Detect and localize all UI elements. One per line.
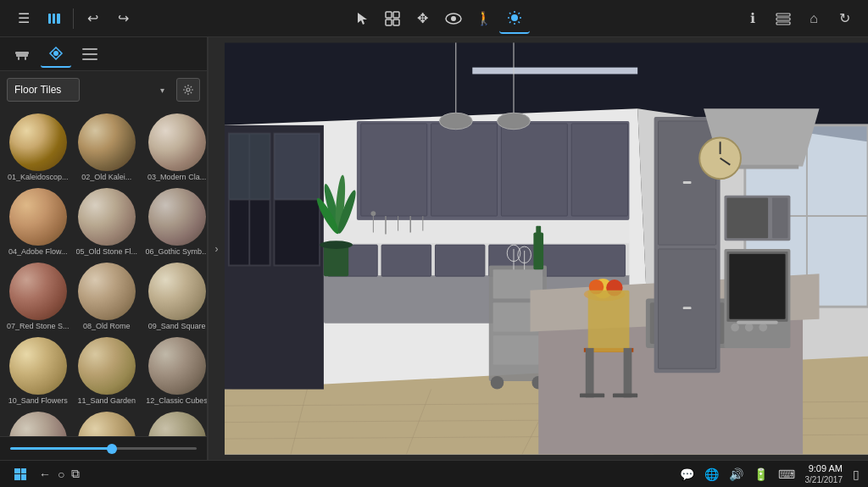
clock[interactable]: 9:09 AM 3/21/2017: [805, 463, 843, 484]
material-label: 03_Modern Cla...: [144, 173, 207, 181]
transform-icon[interactable]: ✥: [408, 3, 438, 34]
material-label: 07_Red Stone S...: [7, 322, 70, 330]
svg-rect-119: [729, 254, 785, 319]
material-label: 01_Kaleidoscop...: [7, 173, 70, 181]
svg-rect-115: [683, 181, 692, 184]
material-item[interactable]: 05_Old Stone Fl...: [75, 186, 140, 257]
refresh-icon[interactable]: ↻: [829, 3, 860, 34]
time-display: 9:09 AM: [805, 463, 843, 474]
svg-point-122: [759, 324, 767, 332]
info-icon[interactable]: ℹ: [737, 3, 768, 34]
material-item[interactable]: 12_Classic Cubes: [142, 335, 207, 407]
sep1: [73, 8, 74, 29]
settings-button[interactable]: [176, 78, 200, 102]
svg-rect-59: [501, 124, 567, 216]
battery-icon[interactable]: 🔋: [754, 468, 768, 481]
undo-icon[interactable]: ↩: [77, 3, 108, 34]
material-item[interactable]: 01_Kaleidoscop...: [5, 112, 71, 183]
category-wrapper: Floor Tiles Wall Tiles Wood Floors Carpe…: [7, 78, 171, 102]
material-sphere: [78, 337, 136, 395]
svg-rect-23: [18, 57, 19, 60]
material-label: 09_Sand Square: [144, 322, 207, 330]
walk-icon[interactable]: 🚶: [469, 3, 499, 34]
category-select[interactable]: Floor Tiles Wall Tiles Wood Floors Carpe…: [7, 78, 80, 102]
tab-materials[interactable]: [41, 41, 71, 68]
svg-rect-70: [435, 245, 484, 276]
taskbar: ← ○ ⧉ 💬 🌐 🔊 🔋 ⌨ 9:09 AM 3/21/2017 ▯: [0, 460, 868, 487]
material-item[interactable]: 03_Modern Cla...: [142, 112, 207, 183]
material-item[interactable]: 07_Red Stone S...: [5, 261, 71, 332]
material-sphere: [9, 263, 67, 320]
material-item[interactable]: 15_Classic Old C...: [142, 410, 207, 436]
date-display: 3/21/2017: [805, 475, 843, 484]
start-button[interactable]: [8, 462, 32, 486]
redo-icon[interactable]: ↪: [108, 3, 138, 34]
material-label: 11_Sand Garden: [76, 396, 138, 405]
network-icon[interactable]: 🌐: [704, 468, 719, 481]
svg-point-30: [186, 88, 190, 91]
svg-rect-116: [683, 307, 692, 309]
svg-rect-27: [82, 48, 97, 50]
material-sphere: [78, 263, 136, 320]
svg-rect-57: [361, 124, 427, 216]
svg-rect-50: [229, 134, 270, 200]
viewport[interactable]: [225, 37, 868, 460]
svg-rect-20: [776, 18, 790, 20]
svg-point-64: [498, 113, 531, 129]
tab-furniture[interactable]: [7, 41, 37, 68]
material-item[interactable]: 10_Sand Flowers: [5, 335, 71, 407]
kitchen-render: [225, 37, 868, 460]
svg-rect-0: [48, 14, 51, 24]
svg-rect-19: [776, 14, 790, 16]
objects-icon[interactable]: [377, 3, 408, 34]
svg-point-74: [370, 211, 376, 216]
category-bar: Floor Tiles Wall Tiles Wood Floors Carpe…: [0, 71, 207, 108]
eye-icon[interactable]: [438, 3, 469, 34]
cortana-button[interactable]: ○: [58, 468, 64, 481]
floors-icon[interactable]: [768, 3, 798, 34]
svg-rect-108: [586, 348, 594, 397]
material-item[interactable]: 09_Sand Square: [142, 261, 207, 332]
library-icon[interactable]: [39, 3, 70, 34]
material-item[interactable]: 08_Old Rome: [75, 261, 140, 332]
material-sphere: [148, 188, 206, 246]
material-item[interactable]: 14_Sand Classic: [75, 410, 140, 436]
home-icon[interactable]: ⌂: [798, 3, 829, 34]
notification-icon[interactable]: 💬: [680, 468, 694, 481]
material-sphere: [9, 188, 67, 246]
material-sphere: [148, 113, 206, 171]
back-button[interactable]: ←: [39, 468, 51, 481]
hamburger-icon[interactable]: ☰: [8, 3, 39, 34]
show-desktop-button[interactable]: ▯: [853, 468, 860, 481]
svg-rect-32: [472, 68, 637, 75]
material-item[interactable]: 13_Classic Ashlar: [5, 410, 71, 436]
material-item[interactable]: 02_Old Kalei...: [75, 112, 140, 183]
select-icon[interactable]: [347, 3, 377, 34]
svg-rect-96: [536, 226, 541, 236]
svg-rect-6: [386, 19, 392, 25]
material-item[interactable]: 06_Gothic Symb...: [142, 186, 207, 257]
svg-rect-69: [381, 245, 431, 276]
svg-rect-88: [493, 335, 542, 364]
svg-rect-5: [393, 12, 399, 18]
tab-list[interactable]: [75, 41, 105, 68]
svg-point-62: [439, 113, 472, 129]
main-content: Floor Tiles Wall Tiles Wood Floors Carpe…: [0, 37, 868, 460]
svg-point-26: [53, 51, 58, 56]
taskbar-extra[interactable]: ⌨: [778, 468, 795, 481]
svg-rect-131: [772, 198, 788, 239]
task-view-button[interactable]: ⧉: [71, 467, 80, 481]
svg-rect-28: [82, 53, 97, 55]
sun-icon[interactable]: [499, 3, 530, 34]
material-sphere: [148, 337, 206, 395]
material-sphere: [148, 263, 206, 320]
material-item[interactable]: 04_Adobe Flow...: [5, 186, 71, 257]
svg-point-121: [745, 324, 754, 332]
material-item[interactable]: 11_Sand Garden: [75, 335, 140, 407]
top-toolbar: ☰ ↩ ↪ ✥ 🚶: [0, 0, 868, 37]
svg-rect-110: [580, 393, 604, 397]
panel-expand-button[interactable]: ›: [208, 37, 225, 460]
size-slider[interactable]: [10, 447, 197, 450]
material-grid: 01_Kaleidoscop... 02_Old Kalei... 03_Mod…: [0, 108, 207, 436]
volume-icon[interactable]: 🔊: [729, 468, 743, 481]
